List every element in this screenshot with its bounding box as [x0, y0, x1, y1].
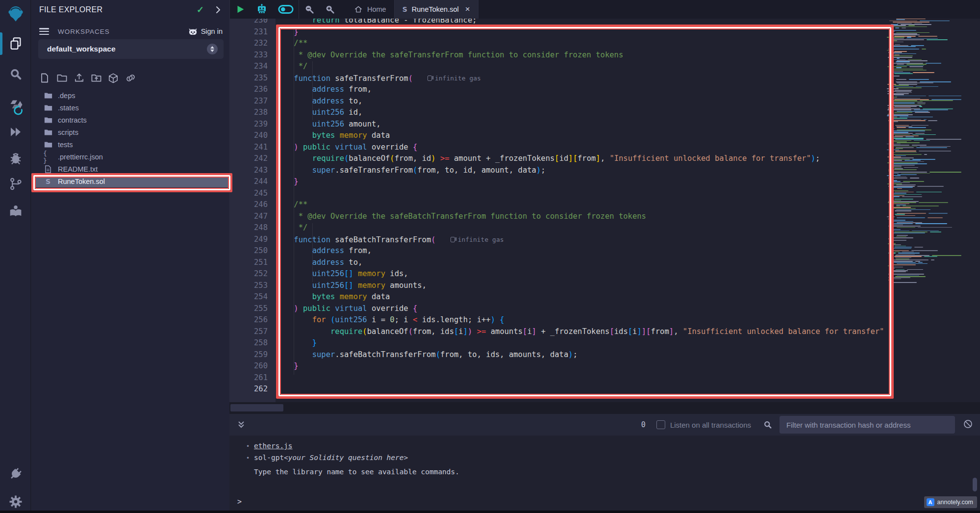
zoom-out-icon[interactable]: [299, 0, 320, 19]
workspace-select[interactable]: default_workspace: [38, 39, 224, 59]
horizontal-scrollbar[interactable]: [229, 402, 980, 414]
code-line-245: [276, 188, 885, 200]
sol-icon: S: [43, 178, 53, 185]
minimap[interactable]: [885, 1, 963, 402]
toggle-on-icon[interactable]: [273, 0, 299, 19]
code-line-234: */: [276, 61, 885, 73]
file-row-tests[interactable]: tests: [31, 138, 229, 151]
terminal[interactable]: •ethers.js•sol-gpt <your Solidity questi…: [229, 436, 980, 513]
file-row-contracts[interactable]: contracts: [31, 114, 229, 126]
block-ban-icon[interactable]: [963, 419, 973, 431]
plugin-manager-icon[interactable]: [0, 464, 31, 484]
transaction-filter-input[interactable]: [779, 416, 955, 434]
sign-in-label: Sign in: [201, 27, 223, 35]
file-explorer-icon[interactable]: [0, 33, 31, 53]
file-name: scripts: [58, 128, 78, 136]
hamburger-menu-icon[interactable]: [39, 28, 49, 35]
code-line-237: address to,: [276, 96, 885, 107]
new-folder-icon[interactable]: [56, 73, 67, 83]
debugger-icon[interactable]: [0, 149, 31, 167]
tab-runetoken[interactable]: S RuneToken.sol ×: [395, 0, 478, 19]
library-link[interactable]: ethers.js: [254, 440, 293, 452]
code-line-236: address from,: [276, 84, 885, 96]
folder-icon: [43, 141, 53, 148]
workspaces-row: WORKSPACES Sign in: [39, 26, 223, 37]
code-line-246: /**: [276, 199, 885, 211]
tab-home-label: Home: [367, 5, 386, 13]
file-row-.states[interactable]: .states: [31, 102, 229, 114]
upload-folder-icon[interactable]: [91, 73, 101, 83]
sign-in-button[interactable]: Sign in: [188, 27, 223, 36]
terminal-scrollbar-thumb[interactable]: [973, 478, 977, 491]
upload-file-icon[interactable]: [74, 73, 84, 83]
settings-gear-icon[interactable]: [0, 492, 31, 511]
cube-icon[interactable]: [108, 73, 119, 83]
close-tab-icon[interactable]: ×: [465, 4, 470, 14]
terminal-prompt[interactable]: >: [237, 497, 242, 506]
file-row-RuneToken.sol[interactable]: SRuneToken.sol: [31, 175, 229, 187]
collapse-terminal-icon[interactable]: [237, 420, 245, 429]
folder-icon: [43, 104, 53, 111]
code-line-232: /**: [276, 38, 885, 50]
zoom-in-icon[interactable]: [320, 0, 340, 19]
file-name: .deps: [58, 92, 75, 100]
file-name: README.txt: [58, 165, 98, 173]
listen-checkbox[interactable]: [656, 420, 665, 429]
code-line-261: }: [276, 372, 885, 384]
code-line-254: bytes memory data: [276, 291, 885, 303]
new-file-icon[interactable]: [39, 73, 50, 83]
file-toolbar: [39, 73, 136, 83]
gas-estimate-hint: infinite gas: [427, 73, 481, 84]
file-row-.prettierrc.json[interactable]: { }.prettierrc.json: [31, 151, 229, 163]
file-row-README.txt[interactable]: README.txt: [31, 163, 229, 175]
file-row-.deps[interactable]: .deps: [31, 89, 229, 102]
search-icon[interactable]: [763, 420, 773, 430]
folder-icon: [43, 116, 53, 124]
file-name: tests: [58, 141, 73, 149]
file-name: .states: [58, 104, 79, 112]
code-line-248: */: [276, 222, 885, 234]
solidity-compiler-icon[interactable]: [0, 97, 31, 117]
terminal-bar: 0 Listen on all transactions: [229, 414, 980, 436]
code-line-241: ) public virtual override {: [276, 142, 885, 154]
ai-robot-icon[interactable]: [251, 0, 273, 19]
code-line-244: }: [276, 176, 885, 188]
code-editor[interactable]: 2302312322332342352362372382392402412422…: [229, 0, 980, 402]
panel-title: FILE EXPLORER: [39, 5, 197, 14]
terminal-line: •sol-gpt <your Solidity question here>: [246, 452, 408, 464]
json-icon: { }: [43, 150, 53, 164]
watermark: A annotely.com: [924, 496, 977, 508]
plugin-book-icon[interactable]: [0, 201, 31, 221]
search-icon[interactable]: [0, 65, 31, 83]
tab-home[interactable]: Home: [346, 0, 394, 19]
folder-icon: [43, 128, 53, 136]
code-line-259: super.safeBatchTransferFrom(from, to, id…: [276, 349, 885, 361]
run-script-icon[interactable]: [230, 0, 251, 19]
code-line-249: function safeBatchTransferFrom(infinite …: [276, 234, 885, 246]
window-bottom-edge: [0, 511, 980, 513]
panel-header: FILE EXPLORER ✓: [31, 0, 229, 20]
code-content[interactable]: return totalBalance - frozenBalance; } /…: [276, 15, 885, 395]
terminal-lines: •ethers.js•sol-gpt <your Solidity questi…: [246, 440, 408, 464]
code-line-250: address from,: [276, 245, 885, 257]
code-line-252: uint256[] memory ids,: [276, 268, 885, 280]
listen-label: Listen on all transactions: [670, 421, 751, 429]
code-line-239: uint256 amount,: [276, 119, 885, 130]
code-line-231: }: [276, 26, 885, 38]
chevron-right-icon[interactable]: [215, 5, 222, 14]
workspaces-label: WORKSPACES: [58, 28, 188, 35]
github-icon: [188, 27, 198, 36]
code-line-233: * @dev Override the safeTransferFrom fun…: [276, 50, 885, 61]
file-row-scripts[interactable]: scripts: [31, 126, 229, 138]
git-icon[interactable]: [0, 175, 31, 193]
gas-pump-icon: [427, 76, 432, 81]
line-numbers: 2302312322332342352362372382392402412422…: [229, 15, 268, 395]
scrollbar-thumb[interactable]: [230, 404, 283, 411]
file-icon: [43, 165, 53, 173]
solidity-file-icon: S: [402, 5, 407, 13]
tab-runetoken-label: RuneToken.sol: [412, 5, 459, 13]
deploy-run-icon[interactable]: [0, 123, 31, 141]
remix-logo-icon[interactable]: [0, 4, 31, 24]
link-icon[interactable]: [125, 73, 136, 83]
activity-bar: [0, 0, 31, 513]
